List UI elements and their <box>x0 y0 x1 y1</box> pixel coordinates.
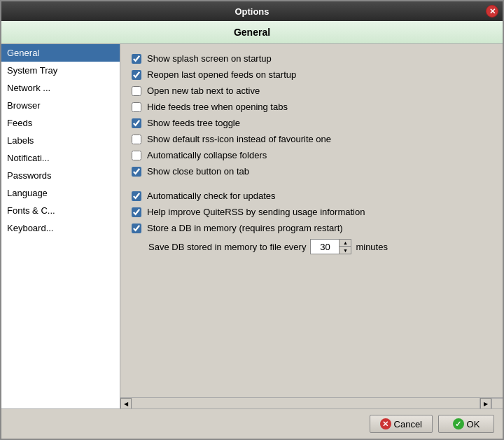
option-row-hidefeeds: Hide feeds tree when opening tabs <box>132 101 491 113</box>
titlebar: Options ✕ <box>1 1 503 21</box>
sidebar: General System Tray Network ... Browser … <box>1 44 120 408</box>
sidebar-item-passwords[interactable]: Passwords <box>1 167 120 184</box>
checkbox-splash[interactable] <box>132 54 141 64</box>
option-row-newtab: Open new tab next to active <box>132 85 491 97</box>
spinbox-down-button[interactable]: ▼ <box>340 247 351 254</box>
option-row-reopen: Reopen last opened feeds on startup <box>132 69 491 81</box>
sidebar-item-browser[interactable]: Browser <box>1 97 120 114</box>
checkbox-collapse[interactable] <box>132 151 141 160</box>
spinbox-savedb-input[interactable] <box>311 241 339 253</box>
label-storedb: Store a DB in memory (requires program r… <box>147 223 343 233</box>
close-button[interactable]: ✕ <box>486 5 498 18</box>
section-title: General <box>234 27 270 38</box>
close-icon: ✕ <box>489 7 496 16</box>
option-row-collapse: Automatically collapse folders <box>132 149 491 161</box>
option-row-helpimprove: Help improve QuiteRSS by sending usage i… <box>132 206 491 218</box>
option-row-storedb: Store a DB in memory (requires program r… <box>132 222 491 234</box>
label-helpimprove: Help improve QuiteRSS by sending usage i… <box>147 207 365 217</box>
footer: ✕ Cancel ✓ OK <box>1 408 503 439</box>
options-scroll-area: Show splash screen on startup Reopen las… <box>120 44 503 397</box>
content-area: General System Tray Network ... Browser … <box>1 44 503 408</box>
spinbox-up-button[interactable]: ▲ <box>340 240 351 247</box>
main-panel: Show splash screen on startup Reopen las… <box>120 44 503 408</box>
label-savedb-after: minutes <box>356 242 388 252</box>
label-hidefeeds: Hide feeds tree when opening tabs <box>147 102 288 112</box>
cancel-label: Cancel <box>394 419 422 429</box>
sidebar-item-general[interactable]: General <box>1 44 120 62</box>
cancel-button[interactable]: ✕ Cancel <box>370 415 433 433</box>
options-dialog: Options ✕ General General System Tray Ne… <box>0 0 504 440</box>
option-row-savedb: Save DB stored in memory to file every ▲… <box>148 238 491 255</box>
checkbox-storedb[interactable] <box>132 224 141 233</box>
ok-button[interactable]: ✓ OK <box>438 415 494 433</box>
sidebar-item-fonts[interactable]: Fonts & C... <box>1 202 120 219</box>
section-header: General <box>1 21 503 44</box>
label-closebtn: Show close button on tab <box>147 166 249 177</box>
option-row-rssicon: Show default rss-icon instead of favouri… <box>132 133 491 145</box>
checkbox-newtab[interactable] <box>132 86 141 96</box>
option-row-feedstoggle: Show feeds tree toggle <box>132 117 491 129</box>
checkbox-helpimprove[interactable] <box>132 207 141 217</box>
spinbox-buttons: ▲ ▼ <box>339 240 351 254</box>
ok-icon: ✓ <box>453 418 464 429</box>
checkbox-reopen[interactable] <box>132 70 141 80</box>
horizontal-scrollbar: ◀ ▶ <box>120 397 503 408</box>
checkbox-autoupdate[interactable] <box>132 191 141 201</box>
spinbox-savedb: ▲ ▼ <box>310 239 351 254</box>
savedb-container: Save DB stored in memory to file every ▲… <box>148 239 388 254</box>
checkbox-rssicon[interactable] <box>132 135 141 144</box>
hscroll-right-button[interactable]: ▶ <box>480 398 491 408</box>
sidebar-item-feeds[interactable]: Feeds <box>1 114 120 132</box>
sidebar-item-keyboard[interactable]: Keyboard... <box>1 219 120 237</box>
label-reopen: Reopen last opened feeds on startup <box>147 69 296 80</box>
sidebar-item-labels[interactable]: Labels <box>1 132 120 149</box>
checkbox-feedstoggle[interactable] <box>132 118 141 128</box>
sidebar-item-network[interactable]: Network ... <box>1 79 120 97</box>
ok-label: OK <box>467 419 480 429</box>
sidebar-item-systemtray[interactable]: System Tray <box>1 62 120 79</box>
spacer-1 <box>132 181 491 190</box>
label-savedb-before: Save DB stored in memory to file every <box>148 242 306 252</box>
option-row-splash: Show splash screen on startup <box>132 53 491 64</box>
option-row-autoupdate: Automatically check for updates <box>132 190 491 202</box>
hscroll-track <box>132 398 480 408</box>
checkbox-hidefeeds[interactable] <box>132 102 141 112</box>
label-autoupdate: Automatically check for updates <box>147 191 276 201</box>
titlebar-title: Options <box>234 6 269 17</box>
option-row-closebtn: Show close button on tab <box>132 165 491 177</box>
scrollbar-corner <box>491 398 503 408</box>
sidebar-item-notifications[interactable]: Notificati... <box>1 149 120 167</box>
label-collapse: Automatically collapse folders <box>147 150 267 160</box>
hscroll-left-button[interactable]: ◀ <box>120 398 132 408</box>
sidebar-item-language[interactable]: Language <box>1 184 120 202</box>
cancel-icon: ✕ <box>380 418 391 429</box>
label-rssicon: Show default rss-icon instead of favouri… <box>147 134 331 144</box>
checkbox-closebtn[interactable] <box>132 167 141 177</box>
label-feedstoggle: Show feeds tree toggle <box>147 118 240 128</box>
label-splash: Show splash screen on startup <box>147 53 272 64</box>
label-newtab: Open new tab next to active <box>147 85 260 96</box>
